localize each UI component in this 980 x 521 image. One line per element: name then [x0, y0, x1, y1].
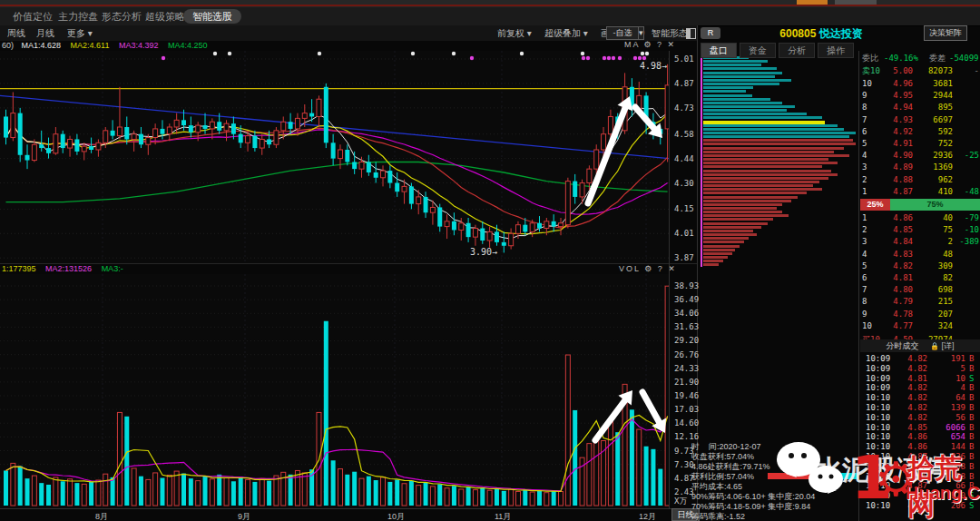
chip-bar	[703, 64, 761, 66]
bid-row-5[interactable]: 54.82309	[860, 260, 980, 272]
bid-row-1[interactable]: 14.8640-79	[860, 212, 980, 224]
toolbar-weekly[interactable]: 周线	[7, 27, 25, 39]
stat-line-4: 获利比例:57.04%	[691, 472, 754, 482]
tick-detail-link[interactable]: [详]	[942, 341, 955, 350]
ask-row-4[interactable]: 44.902936-25	[860, 150, 980, 162]
chip-bar	[703, 207, 777, 210]
ask-row-9[interactable]: 94.952944	[860, 90, 980, 102]
tick-list-header[interactable]: 分时成交 🔒 [详]	[860, 339, 980, 352]
stock-name: 悦达投资	[819, 27, 863, 40]
watchlist-dropdown[interactable]: -自选	[606, 26, 639, 40]
ask-row-5[interactable]: 54.91752	[860, 138, 980, 150]
watchlist-dropdown-arrow[interactable]: ▾	[638, 26, 644, 40]
menu-tab-1[interactable]: 价值定位	[13, 10, 53, 23]
kline-chart[interactable]: 4.98→3.90→	[0, 51, 669, 263]
bid-row-6[interactable]: 64.8182	[860, 272, 980, 284]
chip-bar	[703, 139, 853, 142]
price-axis-label: 4.58	[674, 130, 694, 139]
bid-row-10[interactable]: 104.77324	[860, 320, 980, 332]
volume-axis-label: 24.33	[674, 364, 699, 373]
tick-row: 10:104.82139B	[860, 403, 980, 413]
chip-bar	[703, 230, 753, 232]
order-book-summary: 委比 -49.16% 委差 -54099	[860, 53, 980, 64]
volume-axis-label: 21.90	[674, 378, 699, 387]
chip-bar	[703, 79, 791, 82]
toolbar-item-1[interactable]: 前复权 ▾	[497, 27, 532, 39]
xaxis-divider	[0, 508, 697, 509]
chip-bar	[703, 67, 777, 70]
chip-bar	[703, 177, 828, 180]
decision-matrix-button[interactable]: 决策矩阵	[924, 25, 967, 41]
chip-bar	[703, 263, 719, 266]
month-label: 10月	[387, 511, 405, 521]
bid-row-2[interactable]: 24.8575-10	[860, 224, 980, 236]
chip-bar	[703, 158, 828, 161]
smart-pattern-label[interactable]: 智能形态	[652, 27, 688, 39]
chip-bar	[703, 245, 740, 248]
kline-ma1-label: MA1:4.628	[22, 41, 62, 50]
ask-row-10[interactable]: 104.963681	[860, 78, 980, 90]
chip-bar	[703, 72, 782, 74]
chip-bar	[703, 151, 834, 153]
menu-tab-3[interactable]: 形态分析	[102, 10, 142, 23]
price-axis-label: 3.87	[674, 253, 694, 262]
toolbar-item-2[interactable]: 超级叠加 ▾	[544, 27, 588, 39]
bid-row-4[interactable]: 44.8348	[860, 249, 980, 260]
kline-pane-controls[interactable]: MA ⚙ ? ✕	[624, 40, 676, 50]
sell10-summary-row[interactable]: 卖105.0082073-	[860, 65, 980, 77]
chip-bar	[703, 256, 728, 259]
window-top-strip	[0, 0, 980, 7]
wechat-icon	[773, 439, 855, 506]
volume-axis-label: 12.16	[674, 432, 699, 441]
menu-tab-5[interactable]: 智能选股	[183, 9, 241, 24]
ask-row-7[interactable]: 74.936697	[860, 114, 980, 126]
chip-bar	[703, 173, 838, 176]
tick-row: 10:104.8264B	[860, 393, 980, 403]
bid-row-3[interactable]: 34.842-389	[860, 236, 980, 248]
chip-bar	[703, 233, 757, 236]
bid-row-8[interactable]: 84.79215	[860, 296, 980, 308]
chip-bar	[703, 214, 789, 217]
chip-bar	[703, 90, 746, 93]
bid-row-7[interactable]: 74.80698	[860, 284, 980, 296]
menu-tab-4[interactable]: 超级策略	[145, 10, 185, 23]
chip-bar	[703, 94, 752, 97]
toolbar-more[interactable]: 更多 ▾	[67, 27, 93, 39]
ask-row-2[interactable]: 24.88962	[860, 174, 980, 186]
ask-row-3[interactable]: 34.891369	[860, 162, 980, 173]
tick-title: 分时成交	[886, 341, 918, 350]
ask-row-8[interactable]: 84.94895	[860, 102, 980, 113]
layout-toggle-icon[interactable]	[686, 28, 696, 39]
stock-trading-terminal: 价值定位主力控盘形态分析超级策略智能选股 周线月线更多 ▾前复权 ▾超级叠加 ▾…	[0, 0, 980, 521]
price-axis-label: 5.01	[674, 54, 694, 64]
stat-line-5: 平均成本:4.65	[691, 482, 742, 492]
chip-bar	[703, 128, 844, 131]
chip-bar	[703, 192, 807, 194]
kline-ma3-label: MA3:4.392	[119, 41, 159, 50]
menu-tab-2[interactable]: 主力控盘	[58, 10, 98, 23]
chip-bar	[703, 105, 795, 108]
ask-ratio: 25%	[860, 199, 890, 211]
volume-axis-label: 34.06	[674, 309, 699, 318]
chip-bar	[703, 165, 822, 168]
volume-unit-label: X万	[674, 496, 687, 507]
tick-row: 10:094.825B	[860, 364, 980, 374]
volume-chart[interactable]	[0, 274, 669, 508]
volume-axis-label: 26.76	[674, 350, 699, 359]
panel-tab-1[interactable]: 盘口	[701, 43, 737, 58]
month-label: 8月	[95, 511, 108, 521]
volume-axis-label: 19.46	[674, 391, 699, 400]
panel-tab-3[interactable]: 分析	[779, 43, 815, 58]
panel-tab-4[interactable]: 操作	[818, 43, 854, 58]
bid-row-9[interactable]: 94.78207	[860, 309, 980, 320]
bid-ratio: 75%	[890, 199, 980, 211]
tick-row: 10:104.856066B	[860, 423, 980, 433]
panel-tab-2[interactable]: 资金	[740, 43, 776, 58]
tick-row: 10:094.82191B	[860, 354, 980, 364]
ask-row-1[interactable]: 14.87410-48	[860, 186, 980, 198]
toolbar-monthly[interactable]: 月线	[36, 27, 54, 39]
ask-row-6[interactable]: 64.92592	[860, 126, 980, 138]
svg-text:4.98→: 4.98→	[640, 61, 667, 71]
chip-bar	[703, 188, 822, 191]
price-axis-label: 4.15	[674, 204, 694, 213]
